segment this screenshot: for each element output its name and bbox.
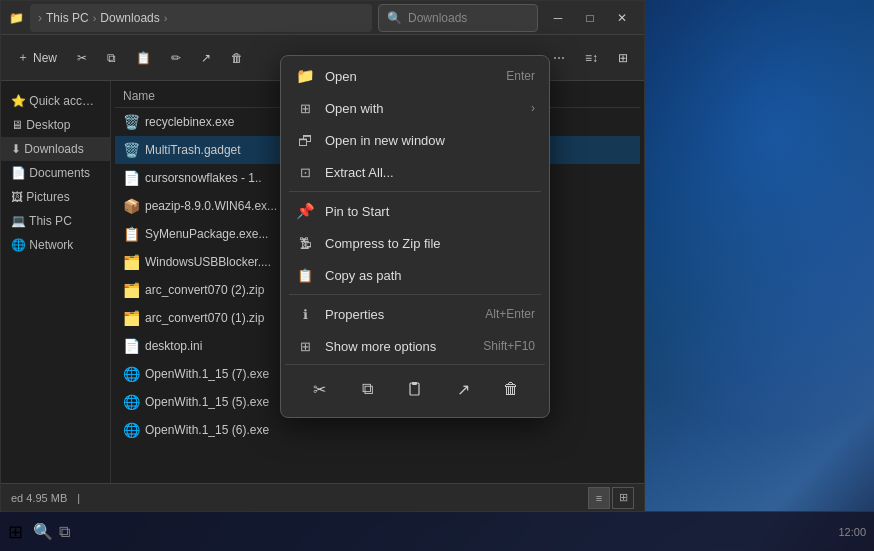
sidebar-item-downloads[interactable]: ⬇ Downloads — [1, 137, 110, 161]
file-name: OpenWith.1_15 (5).exe — [145, 395, 269, 409]
toolbar-copy-button[interactable]: ⧉ — [99, 42, 124, 74]
sidebar-item-documents[interactable]: 📄 Documents — [1, 161, 110, 185]
toolbar-new-button[interactable]: ＋ New — [9, 42, 65, 74]
file-icon: 🌐 — [123, 422, 139, 438]
file-name: recyclebinex.exe — [145, 115, 234, 129]
properties-shortcut: Alt+Enter — [485, 307, 535, 321]
grid-view-button[interactable]: ⊞ — [612, 487, 634, 509]
file-item-openwith6[interactable]: 🌐 OpenWith.1_15 (6).exe — [115, 416, 640, 444]
file-name: arc_convert070 (1).zip — [145, 311, 264, 325]
delete-icon-btn[interactable]: 🗑 — [493, 371, 529, 407]
sidebar-item-pictures[interactable]: 🖼 Pictures — [1, 185, 110, 209]
context-menu: 📁 Open Enter ⊞ Open with › 🗗 Open in new… — [280, 55, 550, 418]
file-icon: 📦 — [123, 198, 139, 214]
file-icon: 📋 — [123, 226, 139, 242]
toolbar-share-button[interactable]: ↗ — [193, 42, 219, 74]
more-icon: ⋯ — [553, 51, 565, 65]
menu-divider-1 — [289, 191, 541, 192]
search-placeholder: Downloads — [408, 11, 467, 25]
clock: 12:00 — [838, 526, 866, 538]
cut-icon-btn[interactable]: ✂ — [301, 371, 337, 407]
taskview-icon[interactable]: ⧉ — [59, 523, 70, 541]
toolbar-delete-button[interactable]: 🗑 — [223, 42, 251, 74]
status-bar: ed 4.95 MB | ≡ ⊞ — [1, 483, 644, 511]
show-more-icon: ⊞ — [295, 336, 315, 356]
breadcrumb-this-pc[interactable]: This PC — [46, 11, 89, 25]
pin-icon: 📌 — [295, 201, 315, 221]
file-name: arc_convert070 (2).zip — [145, 283, 264, 297]
new-icon: ＋ — [17, 49, 29, 66]
properties-icon: ℹ — [295, 304, 315, 324]
breadcrumb-nav-back: › — [38, 11, 42, 25]
sidebar-item-this-pc[interactable]: 💻 This PC — [1, 209, 110, 233]
menu-item-properties[interactable]: ℹ Properties Alt+Enter — [285, 298, 545, 330]
window-controls: ─ □ ✕ — [544, 4, 636, 32]
toolbar-view-button[interactable]: ⊞ — [610, 42, 636, 74]
file-name: WindowsUSBBlocker.... — [145, 255, 271, 269]
menu-item-open-new-window[interactable]: 🗗 Open in new window — [285, 124, 545, 156]
search-icon: 🔍 — [387, 11, 402, 25]
paste-toolbar-icon: 📋 — [136, 51, 151, 65]
file-name: desktop.ini — [145, 339, 202, 353]
minimize-button[interactable]: ─ — [544, 4, 572, 32]
view-buttons: ≡ ⊞ — [588, 487, 634, 509]
menu-item-compress[interactable]: 🗜 Compress to Zip file — [285, 227, 545, 259]
menu-item-show-more[interactable]: ⊞ Show more options Shift+F10 — [285, 330, 545, 362]
start-button[interactable]: ⊞ — [8, 521, 23, 543]
window-icon: 📁 — [9, 11, 24, 25]
copy-toolbar-icon: ⧉ — [107, 51, 116, 65]
file-name: peazip-8.9.0.WIN64.ex... — [145, 199, 277, 213]
address-bar[interactable]: › This PC › Downloads › — [30, 4, 372, 32]
menu-item-extract[interactable]: ⊡ Extract All... — [285, 156, 545, 188]
file-icon: 🌐 — [123, 394, 139, 410]
file-name: cursorsnowflakes - 1.. — [145, 171, 262, 185]
search-box[interactable]: 🔍 Downloads — [378, 4, 538, 32]
file-icon: 🌐 — [123, 366, 139, 382]
sidebar-item-quick-access[interactable]: ⭐ Quick access — [1, 89, 110, 113]
copy-path-icon: 📋 — [295, 265, 315, 285]
maximize-button[interactable]: □ — [576, 4, 604, 32]
menu-item-open[interactable]: 📁 Open Enter — [285, 60, 545, 92]
sidebar-item-desktop[interactable]: 🖥 Desktop — [1, 113, 110, 137]
file-icon: 📄 — [123, 338, 139, 354]
search-taskbar-icon[interactable]: 🔍 — [33, 522, 53, 541]
show-more-shortcut: Shift+F10 — [483, 339, 535, 353]
breadcrumb-downloads[interactable]: Downloads — [100, 11, 159, 25]
breadcrumb-sep1: › — [93, 12, 97, 24]
menu-item-open-with[interactable]: ⊞ Open with › — [285, 92, 545, 124]
toolbar-rename-button[interactable]: ✏ — [163, 42, 189, 74]
file-name: OpenWith.1_15 (7).exe — [145, 367, 269, 381]
status-size: ed 4.95 MB — [11, 492, 67, 504]
cut-toolbar-icon: ✂ — [77, 51, 87, 65]
title-bar: 📁 › This PC › Downloads › 🔍 Downloads ─ … — [1, 1, 644, 35]
status-size-value: 4.95 MB — [26, 492, 67, 504]
file-name: OpenWith.1_15 (6).exe — [145, 423, 269, 437]
list-view-button[interactable]: ≡ — [588, 487, 610, 509]
share-toolbar-icon: ↗ — [201, 51, 211, 65]
toolbar-paste-button[interactable]: 📋 — [128, 42, 159, 74]
svg-rect-1 — [412, 382, 417, 385]
file-icon: 🗑️ — [123, 114, 139, 130]
status-sep: | — [77, 492, 80, 504]
close-button[interactable]: ✕ — [608, 4, 636, 32]
breadcrumb-sep2: › — [164, 12, 168, 24]
menu-item-copy-path[interactable]: 📋 Copy as path — [285, 259, 545, 291]
pin-label: Pin to Start — [325, 204, 535, 219]
compress-label: Compress to Zip file — [325, 236, 535, 251]
copy-icon-btn[interactable]: ⧉ — [349, 371, 385, 407]
open-with-icon: ⊞ — [295, 98, 315, 118]
sidebar-item-network[interactable]: 🌐 Network — [1, 233, 110, 257]
toolbar-cut-button[interactable]: ✂ — [69, 42, 95, 74]
sort-icon: ≡↕ — [585, 51, 598, 65]
delete-toolbar-icon: 🗑 — [231, 51, 243, 65]
open-new-window-icon: 🗗 — [295, 130, 315, 150]
sidebar: ⭐ Quick access 🖥 Desktop ⬇ Downloads 📄 D… — [1, 81, 111, 483]
menu-item-pin-start[interactable]: 📌 Pin to Start — [285, 195, 545, 227]
status-size-label: ed — [11, 492, 23, 504]
file-icon: 🗑️ — [123, 142, 139, 158]
share-icon-btn[interactable]: ↗ — [445, 371, 481, 407]
extract-label: Extract All... — [325, 165, 535, 180]
open-with-label: Open with — [325, 101, 521, 116]
toolbar-sort-button[interactable]: ≡↕ — [577, 42, 606, 74]
paste-icon-btn[interactable] — [397, 371, 433, 407]
